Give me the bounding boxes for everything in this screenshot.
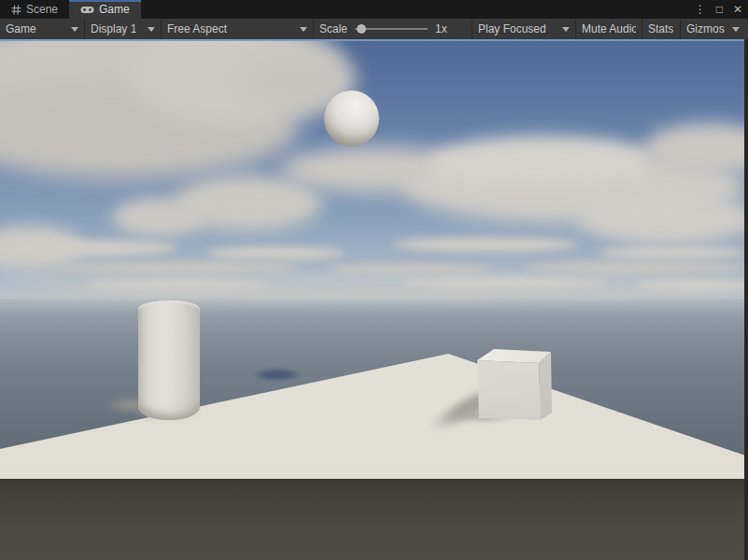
unity-game-window: Scene Game ⋮ □ ✕ Game Display 1: [0, 0, 748, 560]
cloud: [430, 136, 654, 188]
scale-label: Scale: [319, 22, 347, 35]
gizmos-dropdown[interactable]: Gizmos: [681, 19, 748, 39]
stats-label: Stats: [648, 22, 673, 35]
mute-audio-button[interactable]: Mute Audio: [576, 19, 642, 39]
display-dropdown[interactable]: Display 1: [85, 19, 162, 39]
cloud: [56, 261, 299, 274]
more-options-icon[interactable]: ⋮: [693, 0, 708, 19]
cloud: [205, 246, 346, 260]
scale-slider[interactable]: [355, 28, 428, 30]
viewport-top-highlight: [0, 39, 748, 41]
chevron-down-icon: [71, 27, 78, 32]
play-focused-dropdown[interactable]: Play Focused: [473, 19, 576, 39]
display-label: Display 1: [91, 22, 136, 35]
stats-button[interactable]: Stats: [642, 19, 681, 39]
game-view-mode-dropdown[interactable]: Game: [0, 19, 85, 39]
chevron-down-icon: [562, 27, 570, 32]
chevron-down-icon: [300, 27, 307, 32]
chevron-down-icon: [148, 27, 155, 32]
cloud: [598, 246, 747, 259]
scale-slider-thumb[interactable]: [357, 24, 366, 34]
cloud: [112, 198, 205, 237]
sphere-object: [324, 91, 379, 147]
cloud: [0, 287, 748, 301]
tab-bar: Scene Game ⋮ □ ✕: [0, 0, 748, 19]
cylinder-object: [138, 301, 200, 420]
gamepad-icon: [80, 6, 94, 14]
game-viewport[interactable]: [0, 39, 748, 560]
gizmos-label: Gizmos: [686, 22, 725, 35]
maximize-icon[interactable]: □: [714, 0, 725, 19]
scale-control: Scale 1x: [314, 19, 473, 39]
scale-value: 1x: [435, 22, 447, 35]
aspect-ratio-label: Free Aspect: [167, 22, 227, 35]
grid-icon: [11, 5, 21, 15]
window-controls: ⋮ □ ✕: [693, 0, 744, 19]
close-icon[interactable]: ✕: [731, 0, 744, 19]
aspect-ratio-dropdown[interactable]: Free Aspect: [162, 19, 314, 39]
cloud: [523, 261, 747, 274]
tab-game[interactable]: Game: [69, 0, 141, 19]
chevron-down-icon: [732, 27, 740, 32]
cloud: [392, 237, 579, 252]
cube-object: [472, 347, 561, 426]
tab-game-label: Game: [99, 3, 130, 16]
sphere-shadow: [252, 368, 303, 382]
game-view-mode-label: Game: [6, 22, 36, 35]
tab-scene[interactable]: Scene: [0, 0, 69, 19]
cloud: [9, 240, 177, 257]
play-focused-label: Play Focused: [478, 22, 546, 35]
viewport-right-border: [744, 39, 748, 560]
tab-scene-label: Scene: [26, 3, 58, 16]
mute-audio-label: Mute Audio: [582, 22, 636, 35]
foreground-ground: [0, 479, 748, 560]
game-view-toolbar: Game Display 1 Free Aspect Scale 1x Play…: [0, 19, 748, 39]
cloud: [579, 193, 748, 245]
